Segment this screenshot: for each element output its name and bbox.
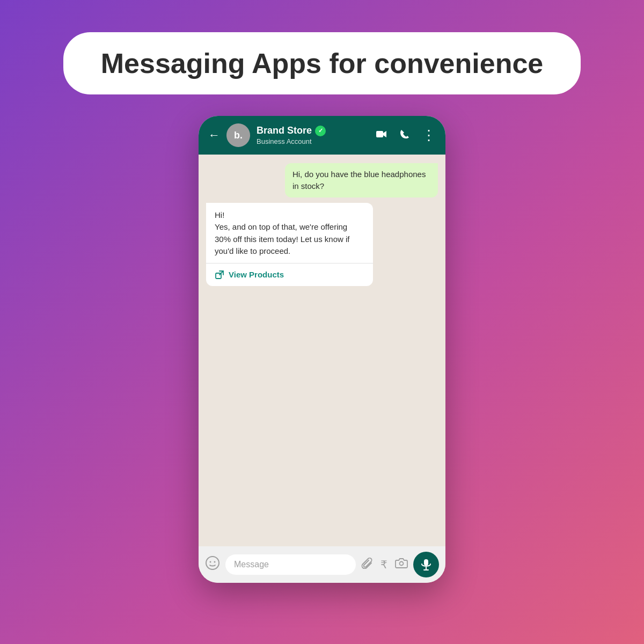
emoji-button[interactable] bbox=[205, 555, 220, 574]
phone-frame: ← b. Brand Store ✓ Business Account bbox=[199, 116, 445, 583]
contact-info: Brand Store ✓ Business Account bbox=[257, 125, 369, 145]
back-button[interactable]: ← bbox=[208, 128, 220, 142]
contact-name: Brand Store ✓ bbox=[257, 125, 369, 136]
input-bar: Message ₹ bbox=[199, 546, 445, 583]
svg-rect-6 bbox=[424, 559, 428, 566]
svg-rect-0 bbox=[376, 131, 383, 137]
outgoing-message: Hi, do you have the blue headphones in s… bbox=[285, 163, 438, 197]
svg-point-3 bbox=[210, 561, 211, 562]
incoming-message-text: Hi!Yes, and on top of that, we're offeri… bbox=[206, 203, 373, 263]
contact-subtitle: Business Account bbox=[257, 137, 369, 145]
header-icons: ⋮ bbox=[376, 128, 436, 142]
video-call-icon[interactable] bbox=[376, 129, 387, 142]
mic-button[interactable] bbox=[413, 552, 439, 577]
verified-badge: ✓ bbox=[315, 126, 326, 136]
svg-point-4 bbox=[214, 561, 216, 562]
avatar: b. bbox=[226, 123, 250, 147]
message-input[interactable]: Message bbox=[225, 554, 356, 575]
svg-point-5 bbox=[400, 562, 404, 566]
phone-call-icon[interactable] bbox=[399, 129, 410, 142]
chat-area: Hi, do you have the blue headphones in s… bbox=[199, 155, 445, 546]
attach-icon[interactable] bbox=[361, 557, 373, 572]
incoming-message: Hi!Yes, and on top of that, we're offeri… bbox=[206, 203, 373, 286]
payment-icon[interactable]: ₹ bbox=[380, 558, 387, 571]
svg-point-2 bbox=[206, 557, 219, 569]
input-action-icons: ₹ bbox=[361, 557, 408, 572]
page-title: Messaging Apps for convenience bbox=[101, 47, 543, 79]
title-container: Messaging Apps for convenience bbox=[63, 32, 581, 94]
camera-icon[interactable] bbox=[395, 558, 408, 572]
chat-header: ← b. Brand Store ✓ Business Account bbox=[199, 116, 445, 155]
external-link-icon bbox=[215, 270, 224, 280]
view-products-button[interactable]: View Products bbox=[206, 263, 373, 286]
more-options-icon[interactable]: ⋮ bbox=[422, 128, 436, 142]
